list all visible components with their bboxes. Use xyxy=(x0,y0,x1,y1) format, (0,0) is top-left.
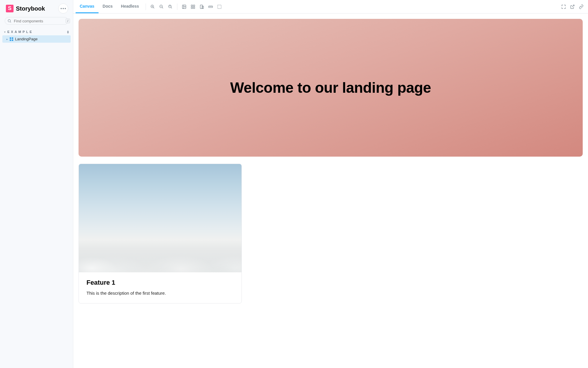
zoom-reset-icon xyxy=(168,4,173,9)
viewport-icon xyxy=(199,4,204,9)
fullscreen-button[interactable] xyxy=(559,2,568,11)
tree-section-label: EXAMPLE xyxy=(7,30,33,34)
outline-icon xyxy=(217,4,222,9)
copy-link-button[interactable] xyxy=(577,2,586,11)
svg-rect-4 xyxy=(10,39,11,41)
svg-rect-19 xyxy=(191,7,193,9)
measure-button[interactable] xyxy=(206,2,215,11)
background-button[interactable] xyxy=(180,2,189,11)
sidebar-header: Storybook xyxy=(0,4,73,17)
viewport-button[interactable] xyxy=(197,2,206,11)
component-icon xyxy=(10,37,13,41)
separator xyxy=(146,4,146,10)
storybook-logo-icon xyxy=(6,5,14,12)
svg-line-11 xyxy=(162,7,163,8)
tab-headless[interactable]: Headless xyxy=(117,0,143,13)
chevron-down-icon: ▾ xyxy=(4,30,6,34)
measure-icon xyxy=(208,4,213,9)
sidebar: Storybook / ▾ EXAMPLE ▴▾ ▸ xyxy=(0,0,73,368)
zoom-out-icon xyxy=(159,4,164,9)
ellipsis-icon xyxy=(61,8,66,9)
separator xyxy=(177,4,177,10)
chevron-right-icon: ▸ xyxy=(6,38,8,41)
open-in-new-tab-button[interactable] xyxy=(568,2,577,11)
svg-rect-17 xyxy=(191,5,193,6)
svg-line-14 xyxy=(171,7,172,8)
fullscreen-icon xyxy=(561,4,566,9)
svg-rect-21 xyxy=(200,5,202,9)
link-icon xyxy=(579,4,584,9)
svg-line-7 xyxy=(153,7,154,8)
search-input[interactable] xyxy=(14,19,63,23)
search-shortcut-badge: / xyxy=(66,19,70,23)
tab-canvas[interactable]: Canvas xyxy=(76,0,99,13)
zoom-in-button[interactable] xyxy=(148,2,157,11)
outline-button[interactable] xyxy=(215,2,224,11)
tabs: Canvas Docs Headless xyxy=(76,0,143,13)
tree-section-header[interactable]: ▾ EXAMPLE ▴▾ xyxy=(2,29,71,35)
feature-card: Feature 1 This is the description of the… xyxy=(79,164,242,304)
search-box[interactable]: / xyxy=(5,17,68,25)
logo[interactable]: Storybook xyxy=(6,5,45,12)
svg-rect-18 xyxy=(193,5,195,6)
hero-banner: Welcome to our landing page xyxy=(79,19,583,157)
svg-rect-28 xyxy=(218,5,221,9)
sort-icon[interactable]: ▴▾ xyxy=(67,30,69,34)
feature-title: Feature 1 xyxy=(86,279,234,286)
grid-icon xyxy=(191,4,195,9)
tab-label: Docs xyxy=(103,4,113,9)
tab-label: Headless xyxy=(121,4,139,9)
image-icon xyxy=(182,4,186,9)
feature-description: This is the description of the first fea… xyxy=(86,291,234,296)
sidebar-item-label: LandingPage xyxy=(15,37,38,41)
search-icon xyxy=(7,19,11,23)
svg-rect-3 xyxy=(12,37,13,39)
main: Canvas Docs Headless xyxy=(73,0,588,368)
hero-title: Welcome to our landing page xyxy=(230,79,431,96)
tab-docs[interactable]: Docs xyxy=(99,0,117,13)
svg-point-0 xyxy=(8,19,10,22)
svg-point-16 xyxy=(183,6,184,6)
svg-rect-23 xyxy=(209,6,212,7)
zoom-out-button[interactable] xyxy=(157,2,166,11)
app-name: Storybook xyxy=(16,5,45,12)
tab-label: Canvas xyxy=(80,4,94,9)
svg-rect-22 xyxy=(202,6,203,9)
grid-button[interactable] xyxy=(189,2,197,11)
feature-image xyxy=(79,164,241,272)
svg-point-13 xyxy=(169,5,171,8)
zoom-in-icon xyxy=(150,4,155,9)
external-link-icon xyxy=(570,4,575,9)
svg-line-29 xyxy=(572,5,574,7)
feature-card-body: Feature 1 This is the description of the… xyxy=(79,272,241,303)
svg-rect-20 xyxy=(193,7,195,9)
menu-button[interactable] xyxy=(58,4,68,14)
svg-rect-5 xyxy=(12,39,13,41)
svg-rect-2 xyxy=(10,37,11,39)
sidebar-item-landingpage[interactable]: ▸ LandingPage xyxy=(2,35,71,43)
canvas-preview: Welcome to our landing page Feature 1 Th… xyxy=(73,14,588,368)
zoom-reset-button[interactable] xyxy=(166,2,175,11)
svg-line-1 xyxy=(10,22,11,23)
toolbar: Canvas Docs Headless xyxy=(73,0,588,14)
